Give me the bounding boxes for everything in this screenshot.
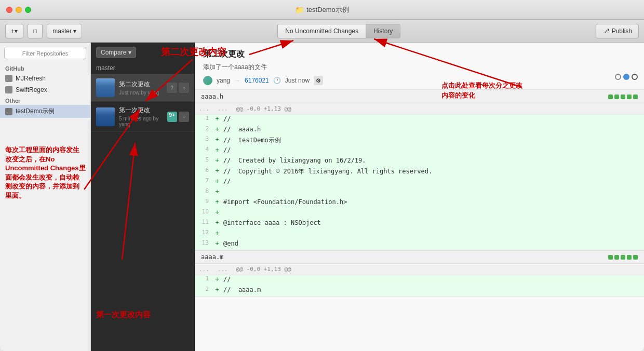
line-sign: + [213, 275, 221, 286]
titlebar: 📁 testDemo示例 [0, 0, 644, 20]
diff-file-header-1: aaaa.m [195, 250, 644, 264]
diff-commit-desc: 添加了一个aaaa的文件 [203, 63, 636, 72]
commit-action-btn-0b[interactable]: ○ [179, 83, 189, 93]
ellipsis-right: ... [213, 104, 232, 113]
commit-meta-0: Just now by yang [119, 90, 163, 96]
line-content: // aaaa.h [221, 125, 644, 136]
close-button[interactable] [6, 7, 12, 13]
circle-indicators [615, 74, 638, 80]
title-text: testDemo示例 [306, 5, 349, 15]
window-title: 📁 testDemo示例 [295, 5, 349, 15]
line-num: 5 [195, 156, 213, 167]
author-name: yang [217, 77, 230, 84]
ellipsis-left: ... [195, 265, 213, 274]
diff-content[interactable]: aaaa.h ... ... [195, 90, 644, 351]
line-sign: + [213, 167, 221, 177]
settings-button[interactable]: ⚙ [314, 76, 323, 85]
publish-button[interactable]: ⎇ Publish [596, 24, 639, 38]
diff-hunk-header-1: ... ... @@ -0,0 +1,13 @@ [195, 264, 644, 275]
github-section-label: GitHub [0, 63, 90, 73]
repo-icon-swiftregex [5, 86, 12, 93]
line-num: 9 [195, 198, 213, 208]
commit-action-btn-1b[interactable]: ○ [179, 112, 189, 122]
diff-line: 12 + [195, 229, 644, 239]
diff-dot [633, 255, 638, 260]
diff-dot [633, 95, 638, 99]
diff-line: 1 + // [195, 115, 644, 125]
line-num: 11 [195, 219, 213, 229]
layout-button[interactable]: □ [28, 24, 43, 38]
diff-line: 7 + // [195, 177, 644, 187]
line-sign: + [213, 286, 221, 296]
commit-hash: 6176021 [245, 77, 269, 84]
diff-line: 3 + // testDemo示例 [195, 136, 644, 146]
folder-icon: 📁 [295, 6, 304, 14]
line-num: 1 [195, 115, 213, 125]
commit-item-1[interactable]: 第一次更改 5 minutes ago by yang 9+ ○ [91, 102, 194, 132]
annotation-first-change-text: 第一次更改内容 [96, 309, 190, 320]
commit-thumb-1 [96, 107, 115, 126]
commit-title-0: 第二次更改 [119, 80, 163, 89]
sidebar-item-swiftregex[interactable]: SwiftRegex [0, 84, 90, 96]
diff-line: 11 + @interface aaaa : NSObject [195, 219, 644, 229]
branch-selector[interactable]: master ▾ [47, 24, 82, 38]
commit-badge: 9+ [167, 112, 177, 122]
line-content: @interface aaaa : NSObject [221, 219, 644, 229]
ci-dot-1 [615, 74, 621, 80]
filter-repos-input[interactable]: Filter Repositories [4, 47, 86, 59]
line-content [221, 187, 644, 198]
compare-button[interactable]: Compare ▾ [96, 47, 136, 58]
line-content: // [221, 275, 644, 286]
annotation-no-changes: 每次工程里面的内容发生改变之后，在No Uncommitted Changes里… [5, 145, 86, 200]
main-content: Filter Repositories GitHub MJRefresh Swi… [0, 43, 644, 351]
diff-dot [608, 255, 613, 260]
line-num: 10 [195, 208, 213, 219]
hunk-info-0: @@ -0,0 +1,13 @@ [232, 104, 296, 113]
diff-line: 4 + // [195, 146, 644, 156]
diff-dot [614, 95, 619, 99]
commit-actions-0: ? ○ [167, 83, 189, 93]
avatar [203, 76, 212, 85]
branch-label: master [91, 62, 194, 74]
line-content: // [221, 115, 644, 125]
diff-file-header-0: aaaa.h [195, 90, 644, 103]
traffic-lights [6, 7, 31, 13]
line-content: @end [221, 239, 644, 250]
line-content: // [221, 177, 644, 187]
hunk-info-1: @@ -0,0 +1,13 @@ [232, 265, 296, 274]
add-button[interactable]: +▾ [5, 24, 23, 38]
sidebar-item-label: MJRefresh [16, 75, 46, 82]
annotation-text: 每次工程里面的内容发生改变之后，在No Uncommitted Changes里… [5, 145, 86, 200]
diff-commit-title: 第二次更改 [203, 49, 636, 60]
sidebar-item-label: testDemo示例 [16, 107, 55, 116]
minimize-button[interactable] [16, 7, 22, 13]
diff-dot [621, 255, 625, 260]
line-sign: + [213, 239, 221, 250]
line-num: 13 [195, 239, 213, 250]
line-sign: + [213, 198, 221, 208]
line-sign: + [213, 187, 221, 198]
diff-dot [621, 95, 625, 99]
line-content [221, 208, 644, 219]
ellipsis-left: ... [195, 104, 213, 113]
diff-dot [614, 255, 619, 260]
diff-header: 第二次更改 添加了一个aaaa的文件 yang → 6176021 🕐 Just… [195, 43, 644, 90]
diff-dot [608, 95, 613, 99]
history-tab[interactable]: History [366, 24, 400, 38]
diff-hunk-header-0: ... ... @@ -0,0 +1,13 @@ [195, 103, 644, 115]
commit-action-btn-0a[interactable]: ? [167, 83, 177, 93]
sidebar-item-testdemo[interactable]: testDemo示例 [0, 105, 90, 118]
ci-dot-2 [623, 74, 629, 80]
commit-info-1: 第一次更改 5 minutes ago by yang [119, 106, 163, 127]
diff-line: 2 + // aaaa.m [195, 286, 644, 296]
line-content: #import <Foundation/Foundation.h> [221, 198, 644, 208]
maximize-button[interactable] [25, 7, 31, 13]
commit-info-0: 第二次更改 Just now by yang [119, 80, 163, 96]
repo-icon-mjrefresh [5, 75, 12, 82]
commit-item-0[interactable]: 第二次更改 Just now by yang ? ○ [91, 74, 194, 102]
line-num: 2 [195, 125, 213, 136]
no-uncommitted-changes-tab[interactable]: No Uncommitted Changes [277, 24, 366, 38]
diff-line: 10 + [195, 208, 644, 219]
commit-actions-1: 9+ ○ [167, 112, 189, 122]
sidebar-item-mjrefresh[interactable]: MJRefresh [0, 73, 90, 84]
